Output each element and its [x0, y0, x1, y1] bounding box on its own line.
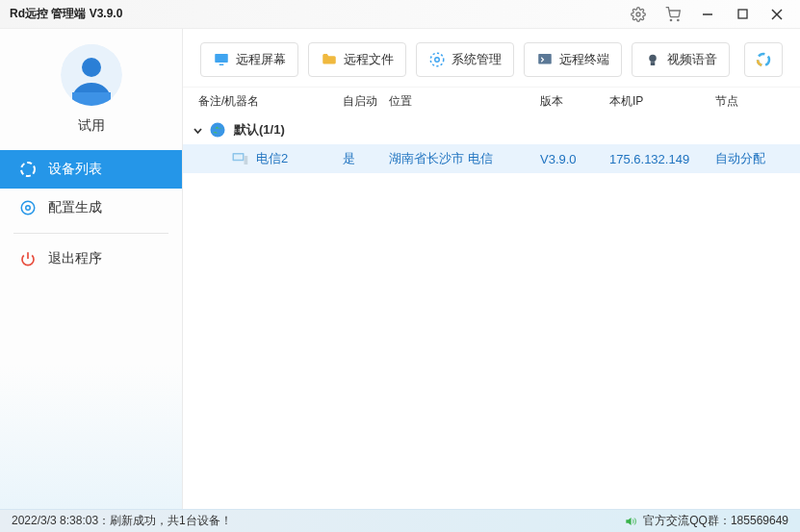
table-body: 默认(1/1) 电信2 是 湖南省长沙市 电信 V3.9.0 175.6.132…: [183, 115, 800, 509]
cart-icon[interactable]: [656, 0, 690, 29]
table-row[interactable]: 电信2 是 湖南省长沙市 电信 V3.9.0 175.6.132.149 自动分…: [183, 144, 800, 173]
pc-icon: [231, 151, 248, 166]
sidebar-item-label: 设备列表: [48, 161, 102, 178]
terminal-icon: [536, 51, 554, 68]
svg-rect-4: [738, 10, 747, 18]
button-label: 远程终端: [559, 51, 609, 68]
svg-rect-14: [215, 54, 228, 63]
svg-rect-25: [234, 155, 243, 160]
gear-icon: [428, 51, 446, 68]
sidebar-item-devices[interactable]: 设备列表: [0, 150, 182, 189]
svg-rect-15: [219, 64, 224, 66]
svg-point-10: [21, 163, 35, 176]
power-icon: [19, 250, 37, 267]
refresh-icon: [755, 51, 772, 68]
button-label: 远程文件: [344, 51, 394, 68]
close-button[interactable]: [760, 0, 794, 29]
svg-point-0: [636, 13, 640, 16]
speaker-icon: [624, 515, 637, 528]
button-label: 远程屏幕: [236, 51, 286, 68]
svg-point-16: [435, 58, 440, 63]
svg-point-1: [670, 19, 671, 20]
cell-ip: 175.6.132.149: [609, 152, 715, 166]
cell-autostart: 是: [343, 150, 389, 167]
header-version: 版本: [540, 93, 609, 110]
button-label: 系统管理: [452, 51, 502, 68]
statusbar: 2022/3/3 8:38:03：刷新成功，共1台设备！ 官方交流QQ群：185…: [0, 509, 800, 532]
header-name: 备注/机器名: [198, 93, 343, 110]
remote-file-button[interactable]: 远程文件: [308, 42, 406, 77]
svg-rect-9: [72, 92, 111, 106]
devices-icon: [19, 161, 37, 178]
svg-point-17: [430, 53, 444, 66]
group-label: 默认(1/1): [234, 121, 285, 139]
titlebar: Rd远控 管理端 V3.9.0: [0, 0, 800, 29]
toolbar: 远程屏幕 远程文件 系统管理 远程终端 视频语音: [183, 29, 800, 87]
sidebar-item-config[interactable]: 配置生成: [0, 189, 182, 227]
cell-location: 湖南省长沙市 电信: [389, 150, 540, 167]
svg-point-2: [678, 19, 679, 20]
svg-point-12: [21, 201, 35, 215]
sidebar-item-label: 配置生成: [48, 199, 102, 216]
remote-screen-button[interactable]: 远程屏幕: [200, 42, 298, 77]
cell-node: 自动分配: [715, 150, 785, 167]
trial-label: 试用: [78, 117, 105, 135]
divider: [13, 233, 168, 234]
status-text: 2022/3/3 8:38:03：刷新成功，共1台设备！: [12, 513, 232, 529]
sidebar-item-exit[interactable]: 退出程序: [0, 240, 182, 278]
avatar-section: 试用: [0, 29, 182, 150]
group-row[interactable]: 默认(1/1): [183, 115, 800, 144]
maximize-button[interactable]: [725, 0, 760, 29]
svg-point-19: [649, 55, 657, 63]
minimize-button[interactable]: [690, 0, 725, 29]
header-autostart: 自启动: [343, 93, 389, 110]
svg-point-8: [82, 58, 101, 77]
video-voice-button[interactable]: 视频语音: [632, 42, 730, 77]
svg-point-23: [211, 123, 225, 138]
sidebar: 试用 设备列表 配置生成 退出程序: [0, 29, 183, 509]
settings-icon[interactable]: [621, 0, 656, 29]
header-ip: 本机IP: [609, 93, 715, 110]
sidebar-item-label: 退出程序: [48, 250, 102, 267]
header-node: 节点: [715, 93, 785, 110]
avatar[interactable]: [61, 44, 122, 106]
svg-point-11: [26, 206, 31, 211]
header-location: 位置: [389, 93, 540, 110]
status-qq: 官方交流QQ群：185569649: [643, 513, 788, 529]
app-title: Rd远控 管理端 V3.9.0: [10, 6, 122, 22]
config-icon: [19, 199, 37, 216]
button-label: 视频语音: [667, 51, 717, 68]
system-manage-button[interactable]: 系统管理: [416, 42, 514, 77]
camera-icon: [644, 51, 661, 68]
cell-name: 电信2: [198, 150, 343, 167]
svg-rect-26: [245, 156, 248, 165]
folder-icon: [321, 51, 338, 68]
remote-terminal-button[interactable]: 远程终端: [524, 42, 622, 77]
svg-rect-18: [538, 54, 552, 64]
main-panel: 远程屏幕 远程文件 系统管理 远程终端 视频语音 备注/机: [183, 29, 800, 509]
chevron-down-icon: [193, 125, 203, 136]
refresh-button[interactable]: [744, 42, 783, 77]
table-header: 备注/机器名 自启动 位置 版本 本机IP 节点: [183, 87, 800, 115]
monitor-icon: [213, 51, 230, 68]
svg-rect-20: [651, 62, 656, 65]
cell-version: V3.9.0: [540, 152, 609, 166]
earth-icon: [209, 121, 226, 139]
